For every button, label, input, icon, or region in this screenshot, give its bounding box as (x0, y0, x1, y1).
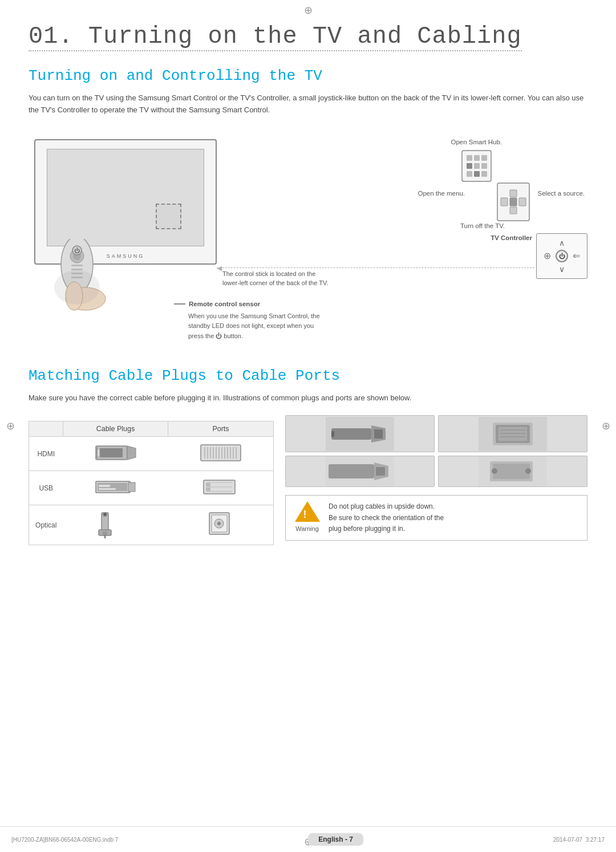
svg-rect-19 (467, 171, 472, 177)
svg-rect-80 (329, 464, 374, 478)
svg-rect-33 (201, 445, 241, 461)
usb-plug-cell (63, 471, 168, 505)
reg-mark-right: ⊕ (600, 420, 611, 432)
hdmi-port-cell (168, 437, 274, 471)
svg-rect-48 (128, 482, 135, 492)
svg-rect-85 (493, 464, 530, 479)
svg-rect-24 (510, 190, 517, 197)
svg-rect-26 (510, 207, 517, 214)
open-menu-label: Open the menu. (418, 188, 465, 198)
controller-up-btn: ∧ (559, 238, 565, 248)
controller-down-btn: ∨ (559, 265, 565, 274)
col-plugs-header: Cable Plugs (63, 421, 168, 437)
warning-icon-area: ! Warning (291, 501, 323, 534)
warning-text: Do not plug cables in upside down. Be su… (329, 501, 444, 534)
optical-plug-cell (63, 505, 168, 545)
svg-text:⏻: ⏻ (74, 248, 80, 254)
cable-table-layout: Cable Plugs Ports HDMI (29, 415, 587, 545)
controller-indicator (156, 204, 181, 229)
footer: [HU7200-ZA]BN68-06542A-00ENG.indb 7 Engl… (0, 826, 616, 852)
svg-rect-68 (331, 428, 371, 440)
svg-rect-71 (331, 431, 334, 437)
table-row-usb: USB (29, 471, 274, 505)
section1-body: You can turn on the TV using the Samsung… (29, 92, 587, 116)
tv-controller-label: TV Controller (491, 232, 532, 242)
reg-mark-left: ⊕ (5, 420, 16, 432)
svg-rect-82 (376, 467, 385, 476)
cable-photo-hdmi-2 (438, 415, 587, 452)
cable-photo-usb-1 (285, 456, 435, 487)
svg-rect-13 (467, 155, 472, 161)
svg-rect-16 (467, 163, 472, 169)
col-empty (29, 421, 63, 437)
tv-controller-box: ∧ ⊕ ⏻ ⇐ ∨ (536, 233, 587, 279)
footer-left: [HU7200-ZA]BN68-06542A-00ENG.indb 7 (11, 837, 118, 843)
svg-rect-4 (71, 269, 83, 270)
remote-sensor-text: When you use the Samsung Smart Control, … (188, 311, 359, 342)
cable-photos-row2 (285, 456, 587, 487)
footer-center: English - 7 (308, 833, 363, 846)
dotted-connector (217, 267, 534, 268)
optical-label: Optical (29, 505, 63, 545)
footer-right: 2014-07-07 ￼ 3:27:17 (553, 837, 605, 843)
svg-rect-70 (374, 429, 383, 439)
hdmi-label: HDMI (29, 437, 63, 471)
svg-point-60 (104, 513, 106, 516)
svg-point-86 (492, 468, 497, 474)
cable-photos-row1 (285, 415, 587, 452)
svg-point-11 (54, 270, 100, 305)
svg-point-66 (217, 522, 221, 525)
diagram-area: SAMSUNG ⏻ (29, 128, 587, 350)
cable-photo-hdmi-1 (285, 415, 435, 452)
svg-rect-27 (519, 198, 526, 206)
svg-rect-21 (481, 171, 487, 177)
cable-photo-usb-2 (438, 456, 587, 487)
svg-rect-56 (206, 488, 210, 491)
right-panel: ! Warning Do not plug cables in upside d… (285, 415, 587, 545)
table-row-optical: Optical (29, 505, 274, 545)
svg-rect-29 (96, 447, 98, 459)
hdmi-plug-cell (63, 437, 168, 471)
svg-marker-31 (127, 446, 136, 460)
menu-device (496, 182, 530, 224)
svg-rect-23 (501, 198, 508, 206)
svg-rect-20 (474, 171, 480, 177)
cable-table: Cable Plugs Ports HDMI (29, 421, 274, 545)
svg-point-87 (525, 468, 531, 474)
usb-port-cell (168, 471, 274, 505)
reg-mark-top: ⊕ (302, 5, 314, 16)
svg-rect-14 (474, 155, 480, 161)
remote-control: ⏻ (46, 239, 120, 313)
svg-rect-25 (510, 198, 517, 206)
tv-screen (47, 149, 204, 246)
remote-sensor-label: Remote control sensor (174, 301, 260, 307)
warning-label: Warning (295, 524, 319, 534)
svg-rect-50 (99, 488, 116, 490)
svg-rect-17 (474, 163, 480, 169)
open-smart-hub-label: Open Smart Hub. (451, 136, 502, 182)
svg-rect-49 (99, 485, 110, 487)
usb-label: USB (29, 471, 63, 505)
svg-rect-32 (98, 449, 99, 456)
svg-rect-30 (100, 448, 123, 457)
main-title: 01. Turning on the TV and Cabling (29, 23, 587, 51)
left-cable-table: Cable Plugs Ports HDMI (29, 415, 274, 545)
svg-rect-3 (71, 265, 83, 266)
section2-heading: Matching Cable Plugs to Cable Ports (29, 367, 587, 384)
col-ports-header: Ports (168, 421, 274, 437)
controller-power-btn: ⏻ (556, 250, 568, 262)
svg-rect-18 (481, 163, 487, 169)
svg-rect-15 (481, 155, 487, 161)
svg-rect-55 (206, 483, 210, 486)
control-stick-label: The control stick is located on thelower… (222, 269, 382, 288)
section2-body: Make sure you have the correct cable bef… (29, 392, 587, 404)
controller-middle: ⊕ ⏻ ⇐ (544, 250, 580, 262)
select-source-label: Select a source. (538, 188, 585, 198)
svg-rect-75 (499, 427, 527, 441)
table-row-hdmi: HDMI (29, 437, 274, 471)
warning-box: ! Warning Do not plug cables in upside d… (285, 495, 587, 541)
optical-port-cell (168, 505, 274, 545)
section1-heading: Turning on and Controlling the TV (29, 67, 587, 84)
